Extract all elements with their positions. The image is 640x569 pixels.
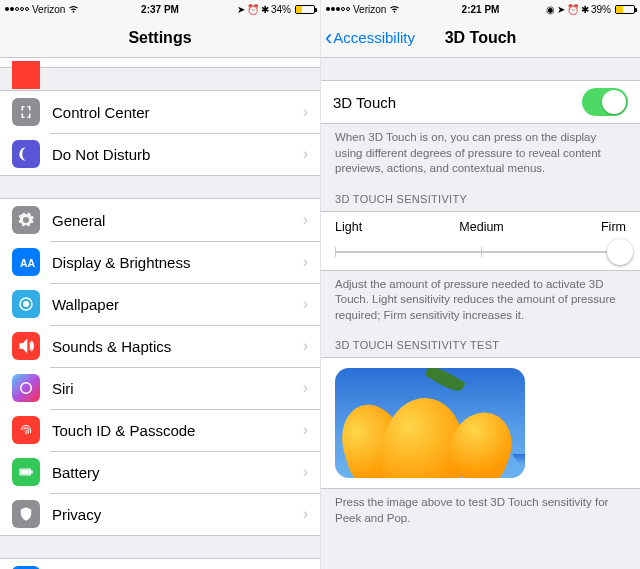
sensitivity-header: 3D TOUCH SENSITIVITY (321, 185, 640, 211)
chevron-right-icon: › (303, 463, 320, 481)
row-label: Touch ID & Passcode (52, 422, 303, 439)
display-icon: AA (12, 248, 40, 276)
chevron-right-icon: › (303, 295, 320, 313)
row-label: Wallpaper (52, 296, 303, 313)
svg-rect-6 (21, 470, 30, 475)
row-label: General (52, 212, 303, 229)
privacy-icon (12, 500, 40, 528)
3d-touch-toggle-row[interactable]: 3D Touch (321, 81, 640, 123)
slider-thumb[interactable] (607, 239, 633, 265)
chevron-right-icon: › (303, 505, 320, 523)
settings-row[interactable]: AADisplay & Brightness› (0, 241, 320, 283)
slider-label-medium: Medium (459, 220, 503, 234)
test-image[interactable] (335, 368, 525, 478)
chevron-right-icon: › (303, 337, 320, 355)
settings-row[interactable]: iTunes & App Store› (0, 559, 320, 569)
sensitivity-test-row (321, 358, 640, 488)
svg-point-3 (21, 383, 32, 394)
sounds-icon (12, 332, 40, 360)
chevron-right-icon: › (303, 103, 320, 121)
chevron-right-icon: › (303, 421, 320, 439)
test-header: 3D TOUCH SENSITIVITY TEST (321, 331, 640, 357)
battery-icon (295, 5, 315, 14)
status-bar: Verizon 2:37 PM ➤ ⏰ ✱ 34% (0, 0, 320, 18)
status-bar: Verizon 2:21 PM ◉ ➤ ⏰ ✱ 39% (321, 0, 640, 18)
clock-label: 2:21 PM (321, 4, 640, 15)
settings-screen: Verizon 2:37 PM ➤ ⏰ ✱ 34% Settings Contr… (0, 0, 320, 569)
row-label: Siri (52, 380, 303, 397)
slider-label-light: Light (335, 220, 362, 234)
3d-touch-toggle[interactable] (582, 88, 628, 116)
do-not-disturb-icon (12, 140, 40, 168)
touch-id-icon (12, 416, 40, 444)
nav-bar: ‹ Accessibility 3D Touch (321, 18, 640, 58)
chevron-left-icon: ‹ (325, 27, 332, 49)
3d-touch-screen: Verizon 2:21 PM ◉ ➤ ⏰ ✱ 39% ‹ Accessibil… (320, 0, 640, 569)
test-footer: Press the image above to test 3D Touch s… (321, 489, 640, 534)
toggle-label: 3D Touch (333, 94, 582, 111)
battery-icon (12, 458, 40, 486)
row-label: Battery (52, 464, 303, 481)
sensitivity-slider-row: Light Medium Firm (321, 212, 640, 270)
settings-row[interactable]: Wallpaper› (0, 283, 320, 325)
settings-row[interactable]: Sounds & Haptics› (0, 325, 320, 367)
chevron-right-icon: › (303, 253, 320, 271)
chevron-right-icon: › (303, 145, 320, 163)
back-label: Accessibility (333, 29, 415, 46)
row-label: Display & Brightness (52, 254, 303, 271)
notifications-icon (12, 61, 40, 89)
row-label: Control Center (52, 104, 303, 121)
slider-label-firm: Firm (601, 220, 626, 234)
settings-row[interactable]: Privacy› (0, 493, 320, 535)
settings-row[interactable]: Touch ID & Passcode› (0, 409, 320, 451)
chevron-right-icon: › (303, 379, 320, 397)
wallpaper-icon (12, 290, 40, 318)
back-button[interactable]: ‹ Accessibility (321, 27, 415, 49)
clock-label: 2:37 PM (0, 4, 320, 15)
chevron-right-icon: › (303, 211, 320, 229)
toggle-footer: When 3D Touch is on, you can press on th… (321, 124, 640, 185)
sensitivity-slider[interactable] (335, 244, 626, 260)
settings-row[interactable]: Do Not Disturb› (0, 133, 320, 175)
settings-list[interactable]: Control Center›Do Not Disturb›General›AA… (0, 58, 320, 569)
page-title: Settings (0, 29, 320, 47)
row-label: Do Not Disturb (52, 146, 303, 163)
general-icon (12, 206, 40, 234)
control-center-icon (12, 98, 40, 126)
partial-row (0, 58, 320, 68)
row-label: Privacy (52, 506, 303, 523)
svg-point-2 (24, 302, 29, 307)
settings-row[interactable]: Battery› (0, 451, 320, 493)
settings-row[interactable]: Siri› (0, 367, 320, 409)
battery-icon (615, 5, 635, 14)
svg-text:AA: AA (20, 257, 35, 269)
nav-bar: Settings (0, 18, 320, 58)
settings-row[interactable]: Control Center› (0, 91, 320, 133)
3d-touch-content[interactable]: 3D Touch When 3D Touch is on, you can pr… (321, 58, 640, 569)
svg-rect-5 (31, 471, 33, 474)
settings-row[interactable]: General› (0, 199, 320, 241)
row-label: Sounds & Haptics (52, 338, 303, 355)
siri-icon (12, 374, 40, 402)
sensitivity-footer: Adjust the amount of pressure needed to … (321, 271, 640, 332)
